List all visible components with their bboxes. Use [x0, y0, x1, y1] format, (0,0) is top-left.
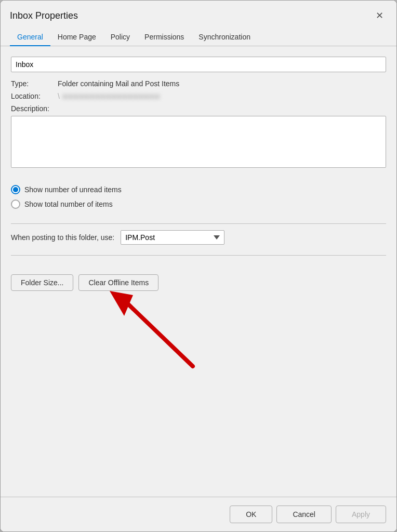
location-value: \ ●●●●●●●●●●●●●●●●●●	[58, 92, 161, 100]
type-label: Type:	[11, 79, 58, 88]
type-value: Folder containing Mail and Post Items	[58, 79, 179, 88]
location-row: Location: \ ●●●●●●●●●●●●●●●●●●	[11, 92, 386, 100]
cancel-button[interactable]: Cancel	[276, 506, 332, 523]
location-label: Location:	[11, 92, 58, 100]
radio-total-label[interactable]: Show total number of items	[11, 200, 386, 209]
tab-policy[interactable]: Policy	[103, 29, 137, 46]
name-field-group	[11, 57, 386, 72]
radio-total-text: Show total number of items	[24, 200, 113, 208]
tab-permissions[interactable]: Permissions	[137, 29, 191, 46]
name-input[interactable]	[11, 57, 386, 72]
display-radio-group: Show number of unread items Show total n…	[11, 185, 386, 209]
radio-unread-text: Show number of unread items	[24, 185, 122, 194]
folder-size-button[interactable]: Folder Size...	[11, 274, 73, 291]
arrow-annotation	[94, 286, 208, 379]
ok-button[interactable]: OK	[230, 506, 272, 523]
posting-row: When posting to this folder, use: IPM.Po…	[11, 230, 386, 245]
apply-button[interactable]: Apply	[336, 506, 386, 523]
description-textarea[interactable]	[11, 116, 386, 168]
title-bar: Inbox Properties ✕	[1, 1, 396, 29]
radio-total-input[interactable]	[11, 200, 20, 209]
tab-general[interactable]: General	[10, 29, 50, 46]
description-label: Description:	[11, 104, 386, 113]
radio-unread-input[interactable]	[11, 185, 20, 194]
posting-select[interactable]: IPM.Post IPM.Note IPM.Contact IPM.Task	[121, 230, 224, 245]
type-row: Type: Folder containing Mail and Post It…	[11, 79, 386, 88]
tab-synchronization[interactable]: Synchronization	[191, 29, 258, 46]
divider-2	[11, 255, 386, 256]
close-button[interactable]: ✕	[372, 8, 387, 23]
radio-unread-label[interactable]: Show number of unread items	[11, 185, 386, 194]
dialog-title: Inbox Properties	[10, 10, 78, 21]
description-field-group: Description:	[11, 104, 386, 178]
tab-homepage[interactable]: Home Page	[50, 29, 103, 46]
svg-line-1	[125, 301, 193, 366]
bottom-bar: OK Cancel Apply	[1, 497, 396, 531]
tab-content-general: Type: Folder containing Mail and Post It…	[1, 46, 396, 497]
arrow-annotation-area	[11, 296, 386, 486]
dialog-inbox-properties: Inbox Properties ✕ General Home Page Pol…	[0, 0, 397, 532]
divider-1	[11, 223, 386, 224]
posting-label: When posting to this folder, use:	[11, 233, 114, 242]
tab-bar: General Home Page Policy Permissions Syn…	[1, 29, 396, 46]
